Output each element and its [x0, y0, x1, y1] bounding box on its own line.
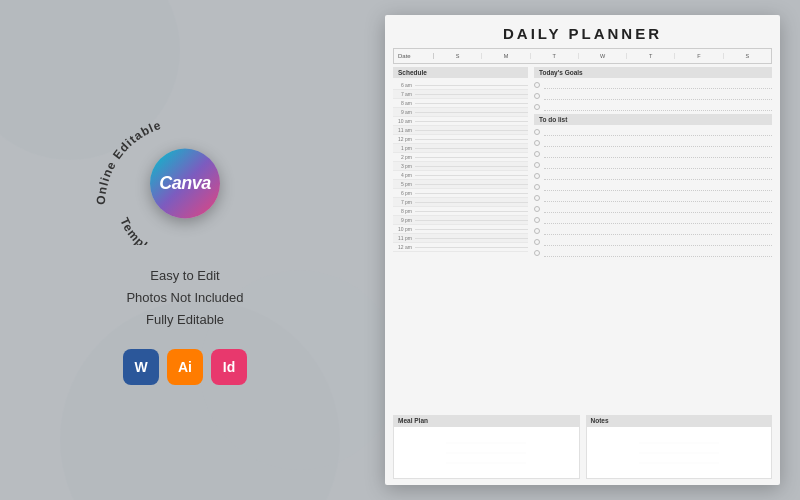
todo-row-9	[534, 215, 772, 224]
goal-line-2	[544, 92, 772, 100]
schedule-header: Schedule	[393, 67, 528, 78]
time-row-12pm: 12 pm	[393, 135, 528, 144]
notes-header: Notes	[586, 415, 773, 426]
id-icon-label: Id	[223, 359, 235, 375]
photos-not-included-label: Photos Not Included	[126, 287, 243, 309]
meal-plan-content	[393, 426, 580, 479]
time-row-7pm: 7 pm	[393, 198, 528, 207]
planner-body: Schedule 6 am 7 am 8 am 9 am 10 am 11 am…	[385, 67, 780, 415]
canva-logo: Canva	[150, 148, 220, 218]
meal-section: Meal Plan	[393, 415, 580, 479]
easy-to-edit-label: Easy to Edit	[126, 265, 243, 287]
goal-row-2	[534, 91, 772, 100]
description-text: Easy to Edit Photos Not Included Fully E…	[126, 265, 243, 331]
schedule-grid: 6 am 7 am 8 am 9 am 10 am 11 am 12 pm 1 …	[393, 81, 528, 252]
svg-text:Template: Template	[117, 215, 166, 245]
time-row-6am: 6 am	[393, 81, 528, 90]
goal-checkbox-3	[534, 104, 540, 110]
todo-row-12	[534, 248, 772, 257]
time-row-9am: 9 am	[393, 108, 528, 117]
todo-section: To do list	[534, 114, 772, 257]
illustrator-icon: Ai	[167, 349, 203, 385]
todo-row-7	[534, 193, 772, 202]
time-row-4pm: 4 pm	[393, 171, 528, 180]
word-icon: W	[123, 349, 159, 385]
time-row-3pm: 3 pm	[393, 162, 528, 171]
canva-badge: Online Editable Template Canva	[85, 115, 285, 245]
fully-editable-label: Fully Editable	[126, 309, 243, 331]
planner-title: DAILY PLANNER	[385, 15, 780, 48]
time-row-6pm: 6 pm	[393, 189, 528, 198]
time-row-7am: 7 am	[393, 90, 528, 99]
time-row-8am: 8 am	[393, 99, 528, 108]
goal-line-1	[544, 81, 772, 89]
day-t2: T	[627, 53, 675, 59]
todo-header: To do list	[534, 114, 772, 125]
left-panel: Online Editable Template Canva Easy to E…	[0, 0, 370, 500]
indesign-icon: Id	[211, 349, 247, 385]
ai-icon-label: Ai	[178, 359, 192, 375]
day-t1: T	[531, 53, 579, 59]
time-row-5pm: 5 pm	[393, 180, 528, 189]
todo-row-8	[534, 204, 772, 213]
time-row-12am: 12 am	[393, 243, 528, 252]
day-w: W	[579, 53, 627, 59]
todo-row-5	[534, 171, 772, 180]
notes-content	[586, 426, 773, 479]
todo-row-2	[534, 138, 772, 147]
day-s2: S	[724, 53, 771, 59]
todo-row-4	[534, 160, 772, 169]
goals-header: Today's Goals	[534, 67, 772, 78]
todo-row-10	[534, 226, 772, 235]
date-label: Date	[394, 53, 434, 59]
goal-checkbox-1	[534, 82, 540, 88]
goal-row-3	[534, 102, 772, 111]
word-icon-label: W	[134, 359, 147, 375]
schedule-column: Schedule 6 am 7 am 8 am 9 am 10 am 11 am…	[393, 67, 528, 407]
time-row-10pm: 10 pm	[393, 225, 528, 234]
goals-section: Today's Goals	[534, 67, 772, 111]
todo-row-6	[534, 182, 772, 191]
goal-row-1	[534, 80, 772, 89]
notes-watermark	[639, 433, 719, 473]
notes-section: Notes	[586, 415, 773, 479]
meal-plan-header: Meal Plan	[393, 415, 580, 426]
time-row-11pm: 11 pm	[393, 234, 528, 243]
day-s1: S	[434, 53, 482, 59]
meal-watermark	[446, 433, 526, 473]
day-m: M	[482, 53, 530, 59]
time-row-9pm: 9 pm	[393, 216, 528, 225]
time-row-10am: 10 am	[393, 117, 528, 126]
time-row-8pm: 8 pm	[393, 207, 528, 216]
todo-row-1	[534, 127, 772, 136]
planner-wrapper: DAILY PLANNER Date S M T W T F S Schedul…	[385, 15, 780, 485]
app-icons-row: W Ai Id	[123, 349, 247, 385]
time-row-2pm: 2 pm	[393, 153, 528, 162]
goal-checkbox-2	[534, 93, 540, 99]
goals-todo-column: Today's Goals To do list	[534, 67, 772, 407]
todo-row-3	[534, 149, 772, 158]
date-row: Date S M T W T F S	[393, 48, 772, 64]
day-cells: S M T W T F S	[434, 53, 771, 59]
time-row-11am: 11 am	[393, 126, 528, 135]
planner-bottom: Meal Plan Notes	[385, 415, 780, 485]
day-f: F	[675, 53, 723, 59]
time-row-1pm: 1 pm	[393, 144, 528, 153]
todo-row-11	[534, 237, 772, 246]
goal-line-3	[544, 103, 772, 111]
